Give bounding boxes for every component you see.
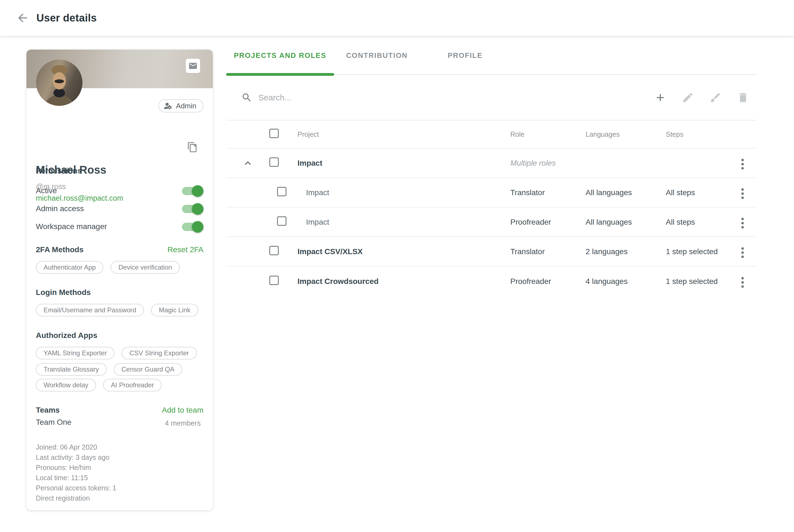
column-header-steps: Steps [666,130,729,138]
permission-label: Admin access [36,204,84,213]
role-cell: Translator [510,247,586,256]
steps-cell: 1 step selected [666,247,729,256]
brush-clear-icon[interactable] [710,92,721,103]
team-name: Team One [36,418,71,427]
permission-row: Workspace manager [36,220,204,234]
permission-label: Workspace manager [36,222,107,231]
kebab-menu-icon[interactable] [739,275,746,290]
languages-cell: All languages [586,188,666,197]
app-chip: CSV String Exporter [121,347,196,359]
meta-line: Last activity: 3 days ago [36,452,116,462]
add-to-team-link[interactable]: Add to team [162,406,204,415]
team-members-count: 4 members [165,419,201,428]
role-cell: Multiple roles [510,159,586,168]
person-gear-icon [163,101,173,111]
row-checkbox[interactable] [277,216,286,226]
meta-line: Pronouns: He/him [36,462,116,473]
authorized-apps-heading: Authorized Apps [36,331,97,340]
chevron-up-icon[interactable] [242,157,254,169]
table-row: Impact Crowdsourced Proofreader 4 langua… [226,267,757,296]
envelope-icon [188,61,198,71]
app-chip: YAML String Exporter [36,347,114,359]
table-row: Impact Proofreader All languages All ste… [226,208,757,237]
row-checkbox[interactable] [269,276,279,285]
app-header: User details [0,0,794,36]
role-cell: Proofreader [510,218,586,227]
kebab-menu-icon[interactable] [739,215,746,231]
app-chip: Translate Glossary [36,363,107,376]
project-name: Impact [298,188,510,197]
login-methods-heading: Login Methods [36,288,91,297]
twofa-method-chip: Device verification [111,261,180,274]
tab-bar: PROJECTS AND ROLES CONTRIBUTION PROFILE [226,36,757,75]
steps-cell: 1 step selected [666,277,729,286]
toolbar [226,75,757,120]
meta-line: Personal access tokens: 1 [36,483,116,493]
login-method-chip: Email/Username and Password [36,304,144,317]
user-meta-info: Joined: 06 Apr 2020 Last activity: 3 day… [36,442,116,504]
table-row: Impact Translator All languages All step… [226,178,757,208]
steps-cell: All steps [666,188,729,197]
languages-cell: 2 languages [586,247,666,256]
twofa-chips: Authenticator App Device verification [36,261,180,274]
project-name: Impact [298,159,510,168]
steps-cell: All steps [666,218,729,227]
meta-line: Direct registration [36,493,116,504]
user-profile-card: Admin Michael Ross @m.ross michael.ross@… [26,50,213,510]
row-checkbox[interactable] [269,246,279,255]
table-row: Impact Multiple roles [226,149,757,178]
login-method-chips: Email/Username and Password Magic Link [36,304,198,317]
project-name: Impact CSV/XLSX [298,247,510,256]
kebab-menu-icon[interactable] [739,245,746,260]
languages-cell: All languages [586,218,666,227]
table-row: Impact CSV/XLSX Translator 2 languages 1… [226,237,757,267]
languages-cell: 4 languages [586,277,666,286]
copy-icon[interactable] [187,141,198,153]
login-method-chip: Magic Link [151,304,198,317]
search-input[interactable] [258,93,562,102]
page-title: User details [36,12,97,24]
project-name: Impact [298,218,510,227]
permission-label: Active [36,186,57,195]
table-actions [654,75,749,120]
projects-panel: PROJECTS AND ROLES CONTRIBUTION PROFILE [226,36,757,532]
authorized-apps-row: Workflow delay AI Proofreader [36,379,162,392]
admin-access-toggle[interactable] [182,203,204,215]
authorized-apps-row: Translate Glossary Censor Guard QA [36,363,182,376]
send-email-button[interactable] [186,59,200,73]
permission-row: Admin access [36,202,204,216]
role-badge: Admin [158,99,204,112]
avatar [36,59,82,106]
trash-icon[interactable] [737,92,749,103]
table-header-row: Project Role Languages Steps [226,120,757,149]
select-all-checkbox[interactable] [269,129,279,138]
column-header-project: Project [298,130,510,138]
search-icon [241,92,252,103]
role-badge-label: Admin [176,102,196,110]
row-checkbox[interactable] [269,157,279,167]
permissions-heading: Permissions [36,167,82,175]
meta-line: Local time: 11:15 [36,473,116,483]
role-cell: Translator [510,188,586,197]
column-header-role: Role [510,130,586,138]
tab-projects-and-roles[interactable]: PROJECTS AND ROLES [226,36,334,75]
kebab-menu-icon[interactable] [739,156,746,172]
permission-row: Active [36,184,204,198]
project-name: Impact Crowdsourced [298,277,510,286]
tab-profile[interactable]: PROFILE [420,36,511,75]
twofa-method-chip: Authenticator App [36,261,103,274]
reset-2fa-link[interactable]: Reset 2FA [167,245,204,254]
add-icon[interactable] [654,92,666,103]
back-arrow-icon[interactable] [16,11,29,24]
role-cell: Proofreader [510,277,586,286]
kebab-menu-icon[interactable] [739,186,746,201]
column-header-languages: Languages [586,130,666,138]
tab-contribution[interactable]: CONTRIBUTION [334,36,420,75]
authorized-apps-row: YAML String Exporter CSV String Exporter [36,347,197,359]
workspace-manager-toggle[interactable] [182,221,204,233]
active-toggle[interactable] [182,185,204,197]
app-chip: Censor Guard QA [114,363,182,376]
row-checkbox[interactable] [277,187,286,196]
edit-pencil-icon[interactable] [682,92,694,103]
twofa-heading: 2FA Methods [36,245,83,254]
